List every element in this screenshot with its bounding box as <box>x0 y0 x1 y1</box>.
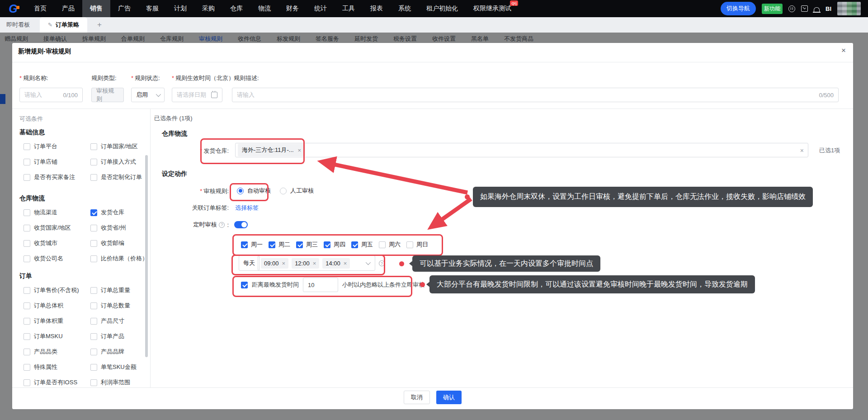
condition-checkbox-item[interactable]: 收货公司名 <box>24 255 90 263</box>
workflow-icon[interactable] <box>788 5 795 12</box>
nav-item[interactable]: 销售 <box>82 0 110 17</box>
radio-icon <box>280 188 287 194</box>
condition-checkbox-item[interactable]: 订单产品 <box>90 332 151 340</box>
effective-date-picker[interactable]: 请选择日期 <box>172 88 222 102</box>
condition-checkbox-item[interactable]: 订单总重量 <box>90 286 151 294</box>
condition-checkbox-item[interactable]: 订单MSKU <box>24 332 90 340</box>
weekday-checkbox[interactable]: 周一 <box>241 241 263 249</box>
nav-item[interactable]: 采购 <box>194 0 222 17</box>
radio-auto-audit[interactable]: 自动审核 <box>235 187 273 195</box>
remove-time-icon[interactable]: × <box>313 260 316 266</box>
condition-checkbox-item[interactable]: 订单国家/地区 <box>90 142 151 151</box>
condition-checkbox-item[interactable]: 产品品牌 <box>90 348 151 356</box>
bi-link[interactable]: BI <box>826 5 831 12</box>
nav-item[interactable]: 租户初始化 <box>419 0 466 17</box>
nav-item[interactable]: 财务 <box>278 0 307 17</box>
condition-checkbox-item[interactable]: 物流渠道 <box>24 208 90 217</box>
deadline-checkbox[interactable] <box>241 282 248 288</box>
nav-item[interactable]: 广告 <box>110 0 138 17</box>
audit-times-select[interactable]: 09:00 × 12:00 × 14:00 × <box>258 255 375 271</box>
nav-item-label: 物流 <box>258 5 271 13</box>
condition-checkbox-item[interactable]: 是否定制化订单 <box>90 173 151 181</box>
weekday-checkbox[interactable]: 周二 <box>269 241 290 249</box>
nav-item[interactable]: 权限继承测试 qxj <box>466 0 519 17</box>
user-avatar[interactable] <box>837 2 861 15</box>
nav-item[interactable]: 系统 <box>391 0 419 17</box>
nav-item[interactable]: 产品 <box>54 0 82 17</box>
rule-name-input[interactable]: 请输入 0/100 <box>19 88 83 102</box>
remove-time-icon[interactable]: × <box>344 260 347 266</box>
condition-label: 物流渠道 <box>34 208 57 217</box>
add-tab-button[interactable]: + <box>97 20 102 29</box>
weekday-checkbox[interactable]: 周四 <box>324 241 345 249</box>
panel-title: 可选条件 <box>19 115 43 123</box>
weekday-checkbox[interactable]: 周五 <box>351 241 373 249</box>
cancel-button[interactable]: 取消 <box>404 391 430 404</box>
nav-item[interactable]: 计划 <box>166 0 194 17</box>
required-mark: * <box>200 188 202 194</box>
app-logo[interactable]: G <box>0 3 26 14</box>
nav-item[interactable]: 客服 <box>138 0 166 17</box>
rule-status-select[interactable]: 启用 <box>131 88 165 102</box>
nav-item[interactable]: 工具 <box>335 0 363 17</box>
condition-checkbox-item[interactable]: 订单体积重 <box>24 317 90 325</box>
required-mark: * <box>131 75 133 81</box>
condition-label: 收货公司名 <box>34 255 63 263</box>
condition-label: 订单总体积 <box>34 302 63 310</box>
condition-checkbox-item[interactable]: 利润率范围 <box>90 378 151 387</box>
clear-select-icon[interactable]: × <box>800 147 804 154</box>
remove-time-icon[interactable]: × <box>282 260 286 266</box>
deadline-hours-input[interactable]: 10 <box>303 278 338 292</box>
condition-checkbox-item[interactable]: 订单总体积 <box>24 302 90 310</box>
nav-item-label: 租户初始化 <box>426 5 458 13</box>
confirm-button[interactable]: 确认 <box>436 391 462 404</box>
weekday-checkbox[interactable]: 周三 <box>296 241 318 249</box>
panel-scrollbar[interactable] <box>145 155 148 357</box>
timed-audit-toggle[interactable] <box>234 221 248 228</box>
condition-checkbox-item[interactable]: 订单是否有IOSS <box>24 378 90 387</box>
condition-checkbox-item[interactable]: 订单售价(不含税) <box>24 286 90 294</box>
choose-tag-link[interactable]: 选择标签 <box>235 204 259 212</box>
condition-checkbox-item[interactable]: 是否有买家备注 <box>24 173 90 181</box>
condition-checkbox-item[interactable]: 收货邮编 <box>90 239 151 247</box>
nav-item[interactable]: 仓库 <box>222 0 250 17</box>
remove-tag-icon[interactable]: × <box>298 147 302 153</box>
every-day-button[interactable]: 每天 <box>239 255 259 271</box>
condition-checkbox-item[interactable]: 产品品类 <box>24 348 90 356</box>
condition-label: 产品品牌 <box>101 348 124 356</box>
weekday-label: 周日 <box>416 241 428 249</box>
rule-desc-input[interactable]: 请输入 0/500 <box>232 88 839 102</box>
help-icon[interactable] <box>379 260 385 266</box>
selected-conditions-area: 已选条件 (1项) 仓库物流 *发货仓库: 海外-三方仓:11月-... × ×… <box>151 109 853 388</box>
condition-checkbox-item[interactable]: 订单平台 <box>24 142 90 151</box>
condition-checkbox-item[interactable]: 产品尺寸 <box>90 317 151 325</box>
nav-item[interactable]: 统计 <box>307 0 335 17</box>
close-icon[interactable]: × <box>841 46 846 55</box>
condition-checkbox-item[interactable]: 收货省/州 <box>90 224 151 232</box>
tab-dashboard[interactable]: 即时看板 <box>6 21 30 29</box>
notification-bell-icon[interactable] <box>814 7 820 12</box>
switch-nav-button[interactable]: 切换导航 <box>721 2 756 15</box>
condition-checkbox-item[interactable]: 收货城市 <box>24 239 90 247</box>
condition-checkbox-item[interactable]: 订单总数量 <box>90 302 151 310</box>
condition-checkbox-item[interactable]: 比价结果（价格） <box>90 255 151 263</box>
nav-item[interactable]: 首页 <box>26 0 54 17</box>
condition-checkbox-item[interactable]: 订单店铺 <box>24 158 90 166</box>
condition-checkbox-item[interactable]: 特殊属性 <box>24 363 90 371</box>
weekday-checkbox[interactable]: 周六 <box>379 241 401 249</box>
help-icon[interactable] <box>219 222 225 228</box>
condition-label: 比价结果（价格） <box>101 255 148 263</box>
ship-warehouse-select[interactable]: 海外-三方仓:11月-... × × <box>235 143 808 157</box>
radio-icon <box>237 188 244 194</box>
condition-checkbox-item[interactable]: 收货国家/地区 <box>24 224 90 232</box>
condition-checkbox-item[interactable]: 单笔SKU金额 <box>90 363 151 371</box>
new-feature-badge[interactable]: 新功能 <box>762 4 783 14</box>
nav-item[interactable]: 报表 <box>363 0 391 17</box>
nav-item[interactable]: 物流 <box>250 0 278 17</box>
condition-checkbox-item[interactable]: 订单接入方式 <box>90 158 151 166</box>
weekday-checkbox[interactable]: 周日 <box>406 241 428 249</box>
tab-order-strategy[interactable]: ✎ 订单策略 <box>40 17 87 33</box>
radio-manual-audit[interactable]: 人工审核 <box>278 187 316 195</box>
task-check-icon[interactable] <box>801 5 808 12</box>
condition-checkbox-item[interactable]: 发货仓库 <box>90 208 151 217</box>
